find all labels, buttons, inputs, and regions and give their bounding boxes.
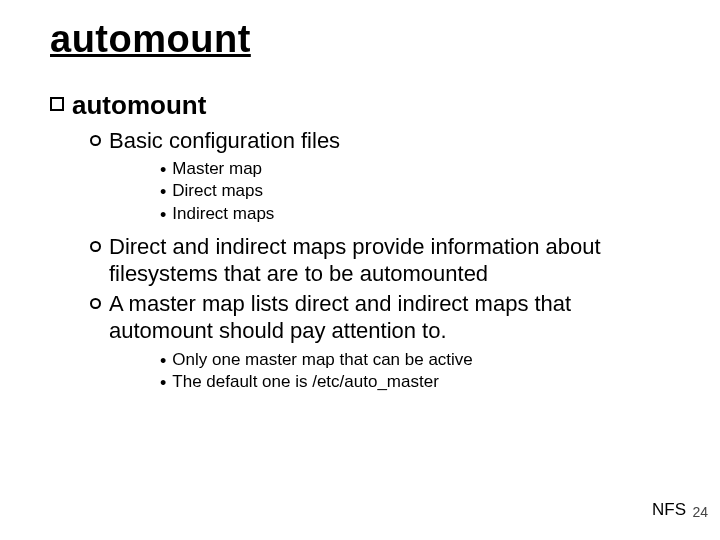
level3-item: • The default one is /etc/auto_master (160, 371, 670, 393)
slide-title: automount (50, 18, 670, 61)
slide: automount automount Basic configuration … (0, 0, 720, 540)
level1-text: automount (72, 91, 206, 121)
level2-text: A master map lists direct and indirect m… (109, 290, 670, 345)
level2-item: A master map lists direct and indirect m… (90, 290, 670, 345)
level2-text: Basic configuration files (109, 127, 340, 155)
dot-bullet-icon: • (160, 206, 166, 224)
dot-bullet-icon: • (160, 161, 166, 179)
square-bullet-icon (50, 97, 64, 111)
dot-bullet-icon: • (160, 352, 166, 370)
level3-text: Master map (172, 158, 262, 180)
level1-item: automount Basic configuration files • Ma… (50, 91, 670, 393)
level3-group: • Master map • Direct maps • Indirect ma… (160, 158, 670, 224)
dot-bullet-icon: • (160, 374, 166, 392)
level3-item: • Master map (160, 158, 670, 180)
dot-bullet-icon: • (160, 183, 166, 201)
level3-item: • Direct maps (160, 180, 670, 202)
level3-text: Only one master map that can be active (172, 349, 473, 371)
level3-text: Direct maps (172, 180, 263, 202)
level2-group: Basic configuration files • Master map •… (90, 127, 670, 393)
footer-label: NFS (652, 500, 686, 520)
circle-bullet-icon (90, 135, 101, 146)
circle-bullet-icon (90, 298, 101, 309)
level3-text: Indirect maps (172, 203, 274, 225)
level1-row: automount (50, 91, 670, 121)
level3-text: The default one is /etc/auto_master (172, 371, 439, 393)
circle-bullet-icon (90, 241, 101, 252)
level2-item: Basic configuration files (90, 127, 670, 155)
level3-item: • Only one master map that can be active (160, 349, 670, 371)
page-number: 24 (692, 504, 708, 520)
level2-text: Direct and indirect maps provide informa… (109, 233, 670, 288)
level3-group: • Only one master map that can be active… (160, 349, 670, 393)
level2-item: Direct and indirect maps provide informa… (90, 233, 670, 288)
level3-item: • Indirect maps (160, 203, 670, 225)
